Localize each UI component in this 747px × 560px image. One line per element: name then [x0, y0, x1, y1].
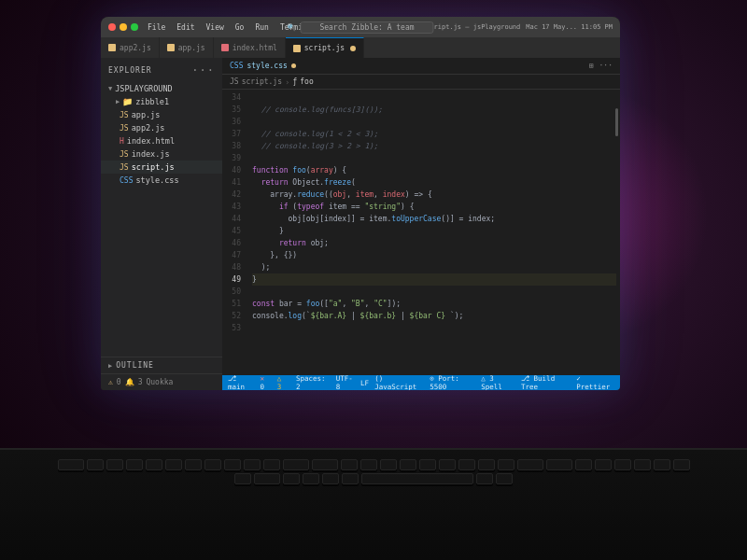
close-button[interactable]: [108, 23, 116, 31]
tab-indexhtml[interactable]: index.html: [214, 37, 286, 58]
build-tree-info[interactable]: ⎇ Build Tree: [521, 374, 571, 390]
key-v: [634, 459, 651, 470]
menu-go[interactable]: Go: [235, 23, 245, 32]
status-left: ⎇ main ✕ 0 △ 3: [228, 374, 289, 390]
key-a: [341, 459, 358, 470]
tab-app2js[interactable]: app2.js: [101, 37, 160, 58]
more-actions-icon[interactable]: ···: [599, 62, 613, 70]
key-i: [224, 459, 241, 470]
html-file-icon: [221, 44, 229, 51]
key-g: [419, 459, 436, 470]
error-count: 0: [117, 378, 121, 386]
code-content[interactable]: // console.log(funcs[3]()); // console.l…: [248, 90, 620, 375]
file-app2js[interactable]: JS app2.js: [101, 121, 222, 134]
key-space: [361, 473, 473, 484]
file-appjs[interactable]: JS app.js: [101, 108, 222, 121]
key-tab: [58, 459, 84, 470]
breadcrumb: JS script.js › ƒ foo: [222, 75, 620, 90]
spell-info[interactable]: △ 3 Spell: [481, 374, 515, 390]
code-line-52: console.log(`${bar.A} | ${bar.b} | ${bar…: [252, 310, 616, 322]
tab-label: app.js: [178, 44, 205, 52]
code-editor[interactable]: 3435363738394041424344454647484950515253…: [222, 90, 620, 375]
line-ending-info[interactable]: LF: [360, 379, 369, 387]
chevron-right-icon: ▶: [116, 98, 120, 105]
error-count: ✕ 0: [260, 374, 271, 390]
unsaved-indicator: [350, 46, 356, 51]
code-line-39: [252, 152, 616, 164]
file-name: app.js: [132, 110, 161, 119]
key-caps: [312, 459, 338, 470]
vscode-window: File Edit View Go Run Terminal Window He…: [101, 17, 620, 390]
encoding-info[interactable]: UTF-8: [336, 374, 355, 390]
search-bar[interactable]: Search Zibble: A team: [300, 21, 433, 34]
style-tab-name: style.css: [247, 62, 287, 70]
prettier-info[interactable]: ✓ Prettier: [576, 374, 614, 390]
tab-label: index.html: [233, 44, 277, 52]
menu-run[interactable]: Run: [255, 23, 268, 32]
port-info[interactable]: ⊙ Port: 5500: [430, 374, 475, 390]
outline-label[interactable]: ▶ OUTLINE: [108, 361, 215, 370]
status-right: Spaces: 2 UTF-8 LF () JavaScript ⊙ Port:…: [296, 374, 614, 390]
sidebar-menu-icon[interactable]: ···: [191, 63, 215, 77]
key-u: [204, 459, 221, 470]
file-stylecss[interactable]: CSS style.css: [101, 174, 222, 187]
code-line-41: return Object.freeze(: [252, 176, 616, 189]
tab-scriptjs[interactable]: script.js: [286, 37, 364, 58]
folder-zibble1[interactable]: ▶ 📁 zibble1: [101, 95, 222, 108]
code-line-45: }: [252, 225, 616, 237]
chevron-down-icon: ▼: [108, 85, 112, 92]
file-indexhtml[interactable]: H index.html: [101, 134, 222, 147]
breadcrumb-file[interactable]: JS script.js: [230, 77, 282, 86]
menu-file[interactable]: File: [148, 23, 165, 32]
main-area: EXPLORER ··· ▼ JSPLAYGROUND ▶ 📁 zibble1: [101, 58, 620, 390]
split-editor-icon[interactable]: ⊞: [589, 62, 594, 70]
js-file-icon: [167, 44, 175, 51]
js-icon: JS: [120, 150, 129, 159]
key-w: [106, 459, 123, 470]
menu-view[interactable]: View: [206, 23, 224, 32]
file-scriptjs-active[interactable]: JS script.js: [101, 161, 222, 174]
minimize-button[interactable]: [120, 23, 127, 31]
quokka-bar: ⚠ 0 🔔 3 Quokka: [101, 373, 222, 390]
css-file-icon: CSS: [230, 62, 243, 70]
git-branch[interactable]: ⎇ main: [228, 374, 254, 390]
code-line-42: array.reduce((obj, item, index) => {: [252, 189, 616, 201]
style-unsaved-indicator: [291, 63, 296, 68]
file-name: script.js: [132, 162, 175, 172]
html-icon: H: [120, 137, 124, 146]
key-o: [244, 459, 261, 470]
key-c: [614, 459, 631, 470]
spaces-info[interactable]: Spaces: 2: [296, 374, 331, 390]
key-d: [380, 459, 397, 470]
js-icon: JS: [120, 163, 129, 172]
scrollbar-thumb[interactable]: [615, 108, 618, 136]
code-line-36: [252, 116, 616, 128]
screen-bezel: File Edit View Go Run Terminal Window He…: [101, 17, 620, 390]
sidebar: EXPLORER ··· ▼ JSPLAYGROUND ▶ 📁 zibble1: [101, 58, 222, 390]
code-line-46: return obj;: [252, 237, 616, 249]
language-info[interactable]: () JavaScript: [374, 374, 424, 390]
maximize-button[interactable]: [131, 23, 138, 31]
breadcrumb-symbol[interactable]: ƒ foo: [292, 77, 313, 86]
key-shift-left: [546, 459, 572, 470]
titlebar-search-area: 🔍 Search Zibble: A team: [287, 21, 433, 34]
quokka-label: Quokka: [146, 378, 173, 386]
js-icon: JS: [120, 124, 129, 133]
key-n: [673, 459, 690, 470]
warning-count: △ 3: [277, 374, 289, 390]
function-icon: ƒ: [292, 77, 297, 86]
key-f: [400, 459, 416, 470]
project-root[interactable]: ▼ JSPLAYGROUND: [101, 82, 222, 95]
file-name: app2.js: [132, 123, 165, 133]
js-icon: JS: [120, 111, 129, 119]
key-t: [165, 459, 182, 470]
key-alt-right: [496, 473, 513, 484]
code-line-38: // console.log(3 > 2 > 1);: [252, 140, 616, 152]
menu-edit[interactable]: Edit: [176, 23, 194, 32]
breadcrumb-separator: ›: [285, 77, 289, 87]
key-b: [654, 459, 670, 470]
keyboard-keys: [0, 450, 747, 494]
tab-appjs[interactable]: app.js: [160, 37, 214, 58]
file-indexjs[interactable]: JS index.js: [101, 147, 222, 161]
key-y: [185, 459, 202, 470]
